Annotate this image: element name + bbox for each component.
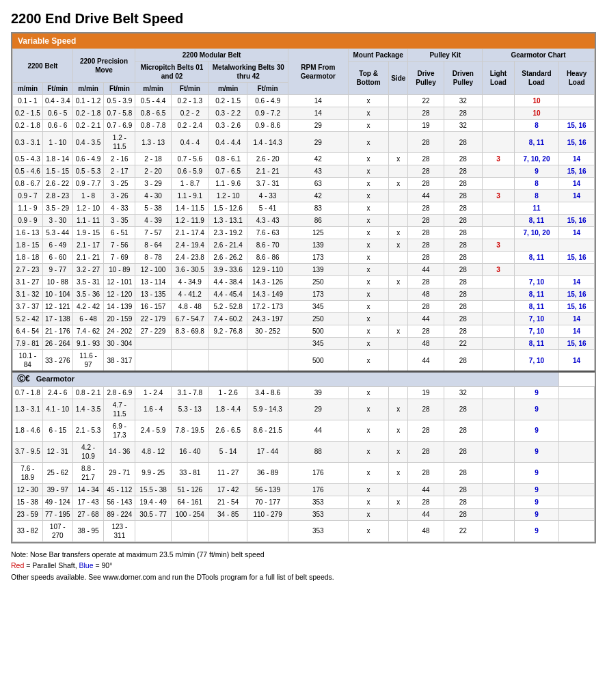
table-row: 1.6 - 13 5.3 - 44 1.9 - 15 6 - 51 7 - 57… bbox=[13, 227, 595, 239]
mpf-header: Ft/min bbox=[171, 83, 208, 95]
top-bottom-header: Top & Bottom bbox=[348, 62, 388, 95]
rpm-header: RPM From Gearmotor bbox=[288, 49, 348, 95]
table-row: 7.9 - 81 26 - 264 9.1 - 93 30 - 304 345 … bbox=[13, 338, 595, 350]
bf-header: Ft/min bbox=[42, 83, 72, 95]
mwf-header: Ft/min bbox=[247, 83, 288, 95]
table-row: 2.7 - 23 9 - 77 3.2 - 27 10 - 89 12 - 10… bbox=[13, 264, 595, 276]
belt-2200-header: 2200 Belt bbox=[13, 49, 73, 83]
mount-package-header: Mount Package bbox=[348, 49, 407, 62]
table-row: 3.1 - 32 10 - 104 3.5 - 36 12 - 120 13 -… bbox=[13, 288, 595, 301]
pmf-header: Ft/min bbox=[104, 83, 135, 95]
table-row: 0.2 - 1.8 0.6 - 6 0.2 - 2.1 0.7 - 6.9 0.… bbox=[13, 120, 595, 132]
note-line2: Red = Parallel Shaft, Blue = 90° bbox=[11, 560, 596, 571]
note-line3: Other speeds available. See www.dorner.c… bbox=[11, 571, 596, 583]
table-row: 3.7 - 37 12 - 121 4.2 - 42 14 - 139 16 -… bbox=[13, 301, 595, 313]
table-row: 0.2 - 1.5 0.6 - 5 0.2 - 1.8 0.7 - 5.8 0.… bbox=[13, 107, 595, 120]
side-header: Side bbox=[389, 62, 408, 95]
note-section: Note: Nose Bar transfers operate at maxi… bbox=[11, 549, 596, 583]
table-row: 12 - 30 39 - 97 14 - 34 45 - 112 15.5 - … bbox=[13, 483, 595, 496]
main-table: 2200 Belt 2200 Precision Move 2200 Modul… bbox=[12, 49, 595, 542]
table-row: 33 - 82 107 - 270 38 - 95 123 - 311 353 … bbox=[13, 520, 595, 541]
mwm-header: m/min bbox=[208, 83, 247, 95]
table-row: 0.3 - 3.1 1 - 10 0.4 - 3.5 1.2 - 11.5 1.… bbox=[13, 132, 595, 153]
variable-speed-header: Variable Speed bbox=[12, 33, 595, 49]
drive-pulley-header: Drive Pulley bbox=[408, 62, 444, 95]
driven-pulley-header: Driven Pulley bbox=[444, 62, 482, 95]
table-row: 10.1 - 84 33 - 276 11.6 - 97 38 - 317 50… bbox=[13, 350, 595, 372]
table-row: 23 - 59 77 - 195 27 - 68 89 - 224 30.5 -… bbox=[13, 508, 595, 520]
table-row: 0.7 - 1.8 2.4 - 6 0.8 - 2.1 2.8 - 6.9 1 … bbox=[13, 386, 595, 399]
micropitch-header: Micropitch Belts 01 and 02 bbox=[135, 62, 208, 83]
bm-header: m/min bbox=[13, 83, 43, 95]
table-row: 5.2 - 42 17 - 138 6 - 48 20 - 159 22 - 1… bbox=[13, 313, 595, 325]
table-row: 1.1 - 9 3.5 - 29 1.2 - 10 4 - 33 5 - 38 … bbox=[13, 202, 595, 215]
table-row: 6.4 - 54 21 - 176 7.4 - 62 24 - 202 27 -… bbox=[13, 325, 595, 338]
table-row: 0.5 - 4.3 1.8 - 14 0.6 - 4.9 2 - 16 2 - … bbox=[13, 153, 595, 165]
table-row: 0.8 - 6.7 2.6 - 22 0.9 - 7.7 3 - 25 3 - … bbox=[13, 178, 595, 190]
precision-move-header: 2200 Precision Move bbox=[72, 49, 135, 83]
page-title: 2200 End Drive Belt Speed bbox=[11, 11, 596, 27]
table-row: 15 - 38 49 - 124 17 - 43 56 - 143 19.4 -… bbox=[13, 496, 595, 508]
light-load-header: Light Load bbox=[483, 62, 515, 95]
table-row: 1.3 - 3.1 4.1 - 10 1.4 - 3.5 4.7 - 11.5 … bbox=[13, 399, 595, 420]
gearmotor-divider-row: Ⓒ€ Gearmotor bbox=[13, 372, 595, 387]
gearmotor-chart-header: Gearmotor Chart bbox=[483, 49, 595, 62]
note-red: Red bbox=[11, 561, 24, 569]
standard-load-header: Standard Load bbox=[514, 62, 559, 95]
table-row: 7.6 - 18.9 25 - 62 8.8 - 21.7 29 - 71 9.… bbox=[13, 462, 595, 483]
note-line1: Note: Nose Bar transfers operate at maxi… bbox=[11, 549, 596, 561]
table-row: 0.9 - 7 2.8 - 23 1 - 8 3 - 26 4 - 30 1.1… bbox=[13, 190, 595, 202]
table-row: 1.8 - 18 6 - 60 2.1 - 21 7 - 69 8 - 78 2… bbox=[13, 252, 595, 264]
mpm-header: m/min bbox=[135, 83, 172, 95]
table-row: 3.1 - 27 10 - 88 3.5 - 31 12 - 101 13 - … bbox=[13, 276, 595, 288]
table-row: 0.9 - 9 3 - 30 1.1 - 11 3 - 35 4 - 39 1.… bbox=[13, 215, 595, 227]
note-blue: Blue bbox=[79, 561, 94, 569]
gearmotor-label: Gearmotor bbox=[36, 375, 75, 383]
table-row: 0.5 - 4.6 1.5 - 15 0.5 - 5.3 2 - 17 2 - … bbox=[13, 165, 595, 178]
table-row: 0.1 - 1 0.4 - 3.4 0.1 - 1.2 0.5 - 3.9 0.… bbox=[13, 95, 595, 107]
table-row: 3.7 - 9.5 12 - 31 4.2 - 10.9 14 - 36 4.8… bbox=[13, 441, 595, 462]
modular-belt-header: 2200 Modular Belt bbox=[135, 49, 288, 62]
pulley-kit-header: Pulley Kit bbox=[408, 49, 483, 62]
table-row: 1.8 - 4.6 6 - 15 2.1 - 5.3 6.9 - 17.3 2.… bbox=[13, 420, 595, 441]
heavy-load-header: Heavy Load bbox=[559, 62, 595, 95]
pmm-header: m/min bbox=[72, 83, 104, 95]
table-row: 1.8 - 15 6 - 49 2.1 - 17 7 - 56 8 - 64 2… bbox=[13, 239, 595, 252]
metalworking-header: Metalworking Belts 30 thru 42 bbox=[208, 62, 288, 83]
